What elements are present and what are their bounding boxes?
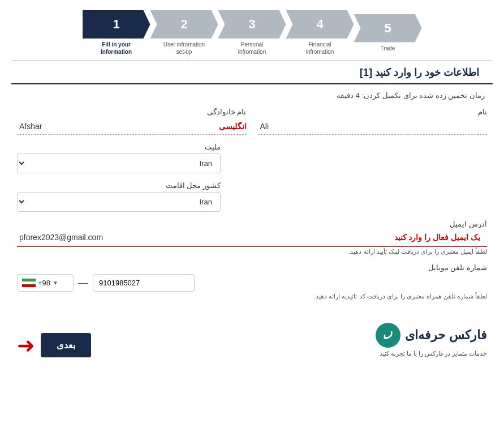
step-3-number: 3 — [248, 17, 255, 32]
country-select[interactable]: Iran Afghanistan Other — [17, 192, 221, 212]
step-4-arrow: 4 — [286, 10, 354, 39]
logo-area: فارکس حرفه‌ای خدمات متمایز در فارکس را ب… — [91, 323, 487, 357]
step-5-number: 5 — [384, 21, 391, 36]
step-4: 4 Financial infromation — [286, 10, 354, 55]
phone-dropdown-arrow: ▼ — [53, 280, 58, 286]
step-1-label: Fill in your information — [101, 41, 132, 55]
email-badge: یک ایمیل فعال را وارد کنید — [394, 233, 480, 242]
email-label: آدرس ایمیل — [17, 220, 487, 228]
svg-rect-2 — [22, 284, 36, 287]
email-input-row: یک ایمیل فعال را وارد کنید — [17, 230, 487, 247]
step-1-arrow: 1 — [83, 10, 150, 39]
phone-number-input[interactable] — [93, 274, 195, 292]
last-name-label: نام خانوادگی — [17, 108, 247, 116]
nationality-select[interactable]: Iran Afghanistan Other — [17, 153, 221, 173]
email-input[interactable] — [17, 230, 394, 244]
last-name-input-row: انگلیسی — [17, 118, 247, 135]
phone-dash: — — [78, 277, 88, 289]
last-name-group: نام خانوادگی انگلیسی — [17, 108, 247, 135]
next-arrow-icon: ➜ — [17, 335, 35, 356]
logo-text: فارکس حرفه‌ای — [405, 328, 487, 343]
step-2: 2 User infromation set-up — [150, 10, 218, 55]
step-2-label: User infromation set-up — [163, 41, 205, 55]
section-title: اطلاعات خود را وارد کنید [1] — [11, 61, 493, 84]
estimated-time: زمان تخمین زده شده برای تکمیل کردن: 4 دق… — [0, 84, 498, 102]
svg-rect-0 — [22, 279, 36, 281]
step-5-arrow: 5 — [354, 14, 422, 42]
steps-bar: 1 Fill in your information 2 User infrom… — [0, 0, 504, 60]
step-3-arrow: 3 — [218, 10, 286, 39]
logo-svg-icon — [379, 326, 397, 344]
form-area: نام نام خانوادگی انگلیسی ملیت Iran Afgha… — [0, 102, 504, 311]
step-3: 3 Personal infromation — [218, 10, 286, 55]
step-1-number: 1 — [113, 17, 119, 32]
country-group: کشور محل اقامت Iran Afghanistan Other — [17, 181, 221, 212]
phone-hint: لطفاً شماره تلفن همراه معتبری را برای در… — [17, 293, 487, 300]
email-group: آدرس ایمیل یک ایمیل فعال را وارد کنید لط… — [17, 220, 487, 255]
last-name-badge: انگلیسی — [219, 122, 247, 131]
phone-group: شماره تلفن موبایل +98 ▼ — لطفاً شماره تل… — [17, 263, 487, 300]
phone-label: شماره تلفن موبایل — [17, 263, 487, 272]
logo-tagline: خدمات متمایز در فارکس را با ما تجربه کنی… — [380, 350, 487, 357]
email-hint: لطفاً ایمیل معتبری را برای دریافت لینک ت… — [17, 248, 487, 255]
phone-country-code: +98 — [38, 279, 50, 287]
step-5: 5 Trade — [354, 14, 422, 52]
step-3-label: Personal infromation — [238, 41, 266, 55]
step-4-label: Financial infromation — [306, 41, 334, 55]
svg-point-3 — [380, 327, 397, 344]
step-2-number: 2 — [180, 17, 187, 32]
first-name-group: نام — [258, 108, 488, 135]
iran-flag-icon — [22, 279, 36, 287]
step-4-number: 4 — [316, 17, 323, 32]
logo-icon — [376, 323, 400, 348]
next-area: ➜ بعدی — [17, 333, 91, 357]
next-button[interactable]: بعدی — [41, 333, 91, 357]
last-name-input[interactable] — [17, 118, 219, 134]
svg-rect-1 — [22, 281, 36, 284]
step-1: 1 Fill in your information — [83, 10, 150, 55]
name-row: نام نام خانوادگی انگلیسی — [17, 108, 487, 135]
logo-box: فارکس حرفه‌ای — [376, 323, 487, 348]
first-name-label: نام — [258, 108, 488, 116]
phone-country-selector[interactable]: +98 ▼ — [17, 274, 74, 292]
phone-row: +98 ▼ — — [17, 274, 487, 292]
step-2-arrow: 2 — [150, 10, 218, 39]
bottom-area: فارکس حرفه‌ای خدمات متمایز در فارکس را ب… — [0, 317, 504, 369]
first-name-input[interactable] — [258, 118, 488, 135]
country-label: کشور محل اقامت — [17, 181, 221, 190]
step-5-label: Trade — [381, 45, 395, 52]
nationality-group: ملیت Iran Afghanistan Other — [17, 143, 221, 173]
nationality-label: ملیت — [17, 143, 221, 151]
